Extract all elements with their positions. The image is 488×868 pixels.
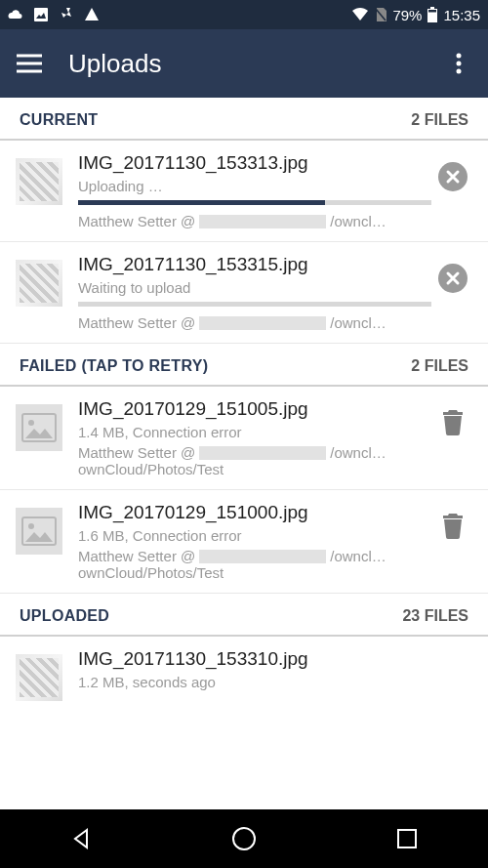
image-placeholder-icon <box>21 517 57 546</box>
recent-apps-button[interactable] <box>387 819 427 858</box>
section-count: 2 FILES <box>411 357 468 375</box>
section-title: CURRENT <box>20 111 98 129</box>
delete-button[interactable] <box>431 408 474 435</box>
redacted-host <box>199 215 326 228</box>
trash-icon <box>441 512 465 539</box>
svg-rect-3 <box>428 10 436 13</box>
file-name: IMG_20170129_151000.jpg <box>78 502 431 523</box>
account-path: Matthew Setter @ /owncl… <box>78 213 431 229</box>
close-icon <box>445 270 461 286</box>
section-title: UPLOADED <box>20 607 109 625</box>
no-sim-icon <box>375 8 386 21</box>
svg-point-10 <box>28 523 34 529</box>
section-title: FAILED (TAP TO RETRY) <box>20 357 208 375</box>
upload-status: 1.6 MB, Connection error <box>78 527 431 544</box>
progress-bar <box>78 302 431 307</box>
battery-percent: 79% <box>392 7 422 23</box>
file-name: IMG_20171130_153315.jpg <box>78 254 431 275</box>
upload-status: 1.2 MB, seconds ago <box>78 674 474 690</box>
app-bar: Uploads <box>0 29 488 98</box>
svg-point-11 <box>233 828 255 849</box>
thumbnail-placeholder <box>16 508 62 555</box>
svg-point-8 <box>28 420 34 426</box>
account-prefix: Matthew Setter @ <box>78 314 195 331</box>
svg-rect-0 <box>34 8 48 21</box>
upload-status: Uploading … <box>78 178 431 194</box>
section-header-failed[interactable]: FAILED (TAP TO RETRY) 2 FILES <box>0 344 488 387</box>
progress-bar <box>78 200 431 205</box>
redacted-host <box>199 550 326 563</box>
thumbnail <box>16 158 62 205</box>
trash-icon <box>441 408 465 435</box>
wifi-icon <box>351 8 369 21</box>
upload-status: Waiting to upload <box>78 279 431 296</box>
section-header-current: CURRENT 2 FILES <box>0 98 488 141</box>
account-path: Matthew Setter @ /owncl… <box>78 548 431 564</box>
image-placeholder-icon <box>21 413 57 442</box>
close-icon <box>445 169 461 185</box>
account-prefix: Matthew Setter @ <box>78 213 195 229</box>
home-button[interactable] <box>224 819 264 858</box>
account-suffix: /owncl… <box>330 213 386 229</box>
svg-point-6 <box>457 69 462 74</box>
progress-fill <box>78 200 325 205</box>
account-suffix: /owncl… <box>330 444 386 461</box>
file-name: IMG_20171130_153313.jpg <box>78 152 431 174</box>
redacted-host <box>199 446 326 460</box>
image-icon <box>33 7 49 22</box>
pinwheel-icon <box>59 7 74 22</box>
cloud-icon <box>8 9 23 21</box>
account-suffix: /owncl… <box>330 548 386 564</box>
svg-point-5 <box>457 62 462 66</box>
thumbnail-placeholder <box>16 404 62 451</box>
upload-item-failed[interactable]: IMG_20170129_151000.jpg 1.6 MB, Connecti… <box>0 490 488 594</box>
file-name: IMG_20171130_153310.jpg <box>78 648 474 670</box>
upload-item[interactable]: IMG_20171130_153313.jpg Uploading … Matt… <box>0 141 488 242</box>
upload-item[interactable]: IMG_20171130_153315.jpg Waiting to uploa… <box>0 242 488 344</box>
overflow-menu-button[interactable] <box>439 44 478 83</box>
clock-time: 15:35 <box>443 7 480 23</box>
status-bar: 79% 15:35 <box>0 0 488 29</box>
upload-item-done[interactable]: IMG_20171130_153310.jpg 1.2 MB, seconds … <box>0 637 488 713</box>
svg-rect-12 <box>398 830 416 847</box>
account-path: Matthew Setter @ /owncl… <box>78 314 431 331</box>
thumbnail <box>16 260 62 307</box>
svg-point-4 <box>457 54 462 59</box>
warning-icon <box>84 7 100 22</box>
back-button[interactable] <box>61 819 101 858</box>
remote-path: ownCloud/Photos/Test <box>78 461 431 477</box>
account-prefix: Matthew Setter @ <box>78 444 195 461</box>
android-nav-bar <box>0 809 488 868</box>
file-name: IMG_20170129_151005.jpg <box>78 398 431 420</box>
delete-button[interactable] <box>431 512 474 539</box>
account-path: Matthew Setter @ /owncl… <box>78 444 431 461</box>
upload-status: 1.4 MB, Connection error <box>78 424 431 440</box>
section-header-uploaded: UPLOADED 23 FILES <box>0 594 488 637</box>
section-count: 23 FILES <box>402 607 468 625</box>
redacted-host <box>199 316 326 330</box>
account-prefix: Matthew Setter @ <box>78 548 195 564</box>
menu-button[interactable] <box>10 44 49 83</box>
account-suffix: /owncl… <box>330 314 386 331</box>
cancel-button[interactable] <box>431 162 474 191</box>
remote-path: ownCloud/Photos/Test <box>78 564 431 581</box>
upload-item-failed[interactable]: IMG_20170129_151005.jpg 1.4 MB, Connecti… <box>0 387 488 490</box>
section-count: 2 FILES <box>411 111 468 129</box>
page-title: Uploads <box>68 49 439 79</box>
svg-rect-2 <box>430 7 434 9</box>
cancel-button[interactable] <box>431 264 474 293</box>
battery-icon <box>427 7 437 22</box>
thumbnail <box>16 654 62 701</box>
